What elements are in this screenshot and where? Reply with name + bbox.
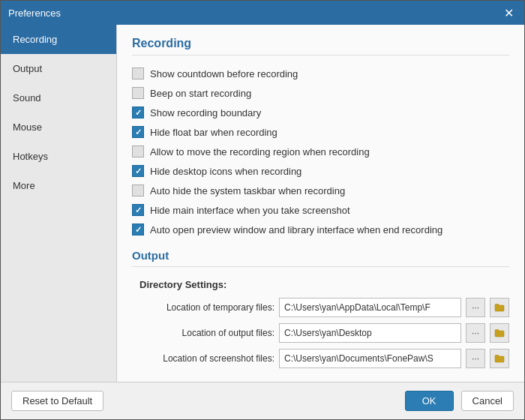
checkbox-row-preview: Auto open preview window and library int… [132, 224, 509, 236]
footer-right-buttons: OK Cancel [405, 391, 514, 411]
reset-button[interactable]: Reset to Default [11, 391, 104, 411]
dir-label-screenshot: Location of screenshot files: [132, 353, 274, 364]
dir-dots-btn-output[interactable]: ··· [466, 323, 485, 343]
dir-row-temp: Location of temporary files: ··· [132, 298, 509, 317]
checkbox-label-taskbar: Auto hide the system taskbar when record… [150, 185, 345, 196]
content-area: Recording Output Sound Mouse Hotkeys Mor… [1, 25, 524, 382]
dir-dots-btn-temp[interactable]: ··· [466, 298, 485, 317]
checkbox-label-boundary: Show recording boundary [150, 107, 261, 118]
checkbox-row-taskbar: Auto hide the system taskbar when record… [132, 184, 509, 196]
dir-folder-btn-output[interactable] [490, 323, 509, 343]
dir-folder-btn-temp[interactable] [490, 298, 509, 317]
checkbox-label-move-region: Allow to move the recording region when … [150, 146, 370, 158]
footer: Reset to Default OK Cancel [1, 382, 524, 419]
sidebar-item-hotkeys[interactable]: Hotkeys [1, 142, 116, 171]
sidebar-item-more[interactable]: More [1, 171, 116, 200]
ok-button[interactable]: OK [405, 391, 454, 411]
close-button[interactable]: ✕ [500, 4, 517, 21]
dir-label-temp: Location of temporary files: [132, 302, 274, 313]
recording-section-title: Recording [132, 37, 509, 56]
checkbox-label-preview: Auto open preview window and library int… [150, 224, 442, 236]
dir-input-output[interactable] [279, 323, 461, 343]
dir-input-screenshot[interactable] [279, 349, 461, 368]
title-bar: Preferences ✕ [1, 1, 524, 25]
dir-label-output: Location of output files: [132, 328, 274, 338]
sidebar-item-sound[interactable]: Sound [1, 83, 116, 112]
sidebar-item-recording[interactable]: Recording [1, 25, 116, 54]
checkbox-countdown[interactable] [132, 68, 144, 80]
dir-row-output: Location of output files: ··· [132, 323, 509, 343]
checkbox-label-main-interface: Hide main interface when you take screen… [150, 205, 350, 216]
preferences-dialog: Preferences ✕ Recording Output Sound Mou… [0, 0, 525, 420]
checkbox-main-interface[interactable] [132, 204, 144, 216]
dir-dots-btn-screenshot[interactable]: ··· [466, 349, 485, 368]
checkbox-preview[interactable] [132, 224, 144, 236]
checkbox-beep[interactable] [132, 87, 144, 99]
checkbox-label-beep: Beep on start recording [150, 88, 251, 99]
checkbox-row-boundary: Show recording boundary [132, 106, 509, 118]
checkbox-row-desktop-icons: Hide desktop icons when recording [132, 165, 509, 177]
sidebar-item-output[interactable]: Output [1, 54, 116, 83]
checkbox-row-move-region: Allow to move the recording region when … [132, 146, 509, 158]
dir-settings-label: Directory Settings: [140, 279, 509, 290]
checkbox-move-region[interactable] [132, 146, 144, 158]
checkbox-row-main-interface: Hide main interface when you take screen… [132, 204, 509, 216]
checkbox-row-floatbar: Hide float bar when recording [132, 126, 509, 138]
dir-input-temp[interactable] [279, 298, 461, 317]
checkbox-boundary[interactable] [132, 106, 144, 118]
checkbox-label-desktop-icons: Hide desktop icons when recording [150, 166, 302, 177]
dir-row-screenshot: Location of screenshot files: ··· [132, 349, 509, 368]
sidebar-item-mouse[interactable]: Mouse [1, 112, 116, 142]
checkbox-row-countdown: Show countdown before recording [132, 68, 509, 80]
sidebar: Recording Output Sound Mouse Hotkeys Mor… [1, 25, 117, 382]
checkbox-floatbar[interactable] [132, 126, 144, 138]
checkbox-row-beep: Beep on start recording [132, 87, 509, 99]
output-section-title: Output [132, 249, 509, 267]
checkbox-label-countdown: Show countdown before recording [150, 68, 298, 80]
checkbox-label-floatbar: Hide float bar when recording [150, 127, 278, 138]
checkbox-desktop-icons[interactable] [132, 165, 144, 177]
main-panel: Recording Show countdown before recordin… [117, 25, 524, 382]
checkbox-taskbar[interactable] [132, 184, 144, 196]
cancel-button[interactable]: Cancel [461, 391, 514, 411]
dir-folder-btn-screenshot[interactable] [490, 349, 509, 368]
dialog-title: Preferences [8, 8, 61, 19]
output-section: Output Directory Settings: Location of t… [132, 249, 509, 368]
